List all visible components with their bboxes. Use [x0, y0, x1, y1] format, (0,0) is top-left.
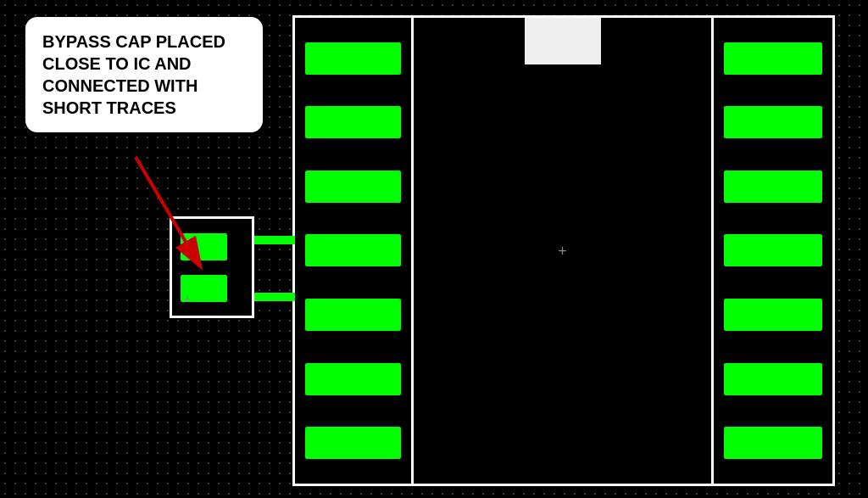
ic-pad: [724, 106, 822, 138]
callout-box: BYPASS CAP PLACED CLOSE TO IC AND CONNEC…: [25, 17, 263, 132]
ic-pad: [724, 234, 822, 266]
ic-pad: [305, 363, 401, 395]
ic-pad: [724, 427, 822, 459]
ic-right-pads: [714, 18, 832, 484]
ic-board: +: [292, 15, 835, 486]
ic-pad: [724, 42, 822, 75]
ic-pad: [724, 363, 822, 395]
ic-notch: [525, 18, 601, 64]
cap-pad-top: [181, 233, 227, 260]
ic-pad: [305, 234, 401, 266]
ic-middle: +: [414, 18, 714, 484]
ic-pad: [305, 171, 401, 203]
callout-text: BYPASS CAP PLACED CLOSE TO IC AND CONNEC…: [42, 32, 225, 117]
cap-cross: +: [184, 292, 191, 305]
center-cross: +: [558, 243, 567, 259]
ic-pad: [305, 42, 401, 75]
ic-pad: [724, 171, 822, 203]
ic-left-pads: [295, 18, 414, 484]
ic-pad: [724, 299, 822, 331]
ic-pad: [305, 106, 401, 138]
ic-pad: [305, 427, 401, 459]
ic-pad: [305, 299, 401, 331]
bypass-capacitor: +: [170, 216, 254, 318]
